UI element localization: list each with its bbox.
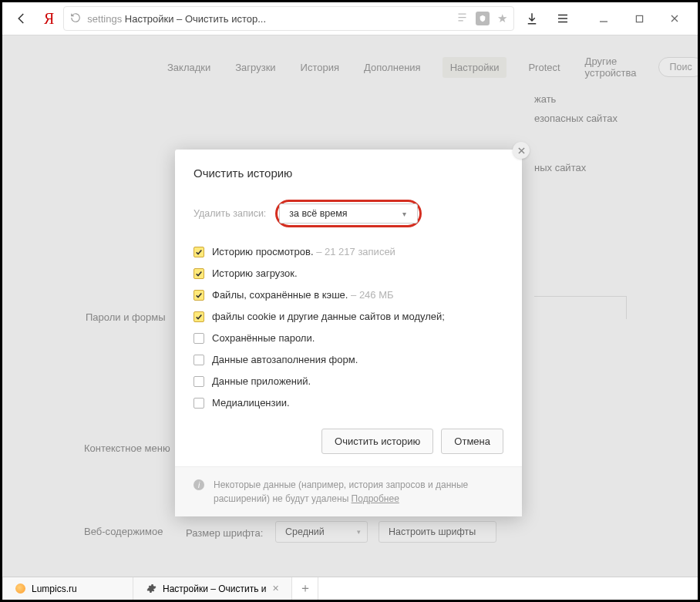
font-size-select[interactable]: Средний▾ bbox=[275, 521, 368, 543]
tab-bookmarks[interactable]: Закладки bbox=[164, 57, 214, 78]
font-size-label: Размер шрифта: bbox=[186, 527, 263, 539]
section-web-content: Веб-содержимое bbox=[84, 526, 163, 537]
dialog-footer-note: i Некоторые данные (например, история за… bbox=[175, 466, 522, 516]
section-context-menu: Контекстное меню bbox=[84, 442, 170, 454]
reload-icon[interactable] bbox=[70, 12, 81, 25]
checkbox-row[interactable]: Данные приложений. bbox=[194, 375, 503, 387]
footer-note-text: Некоторые данные (например, история запр… bbox=[214, 479, 468, 504]
bookmark-star-icon[interactable]: ★ bbox=[497, 12, 507, 25]
cancel-button[interactable]: Отмена bbox=[441, 429, 503, 454]
checkbox-label: Данные приложений. bbox=[212, 375, 311, 387]
protect-shield-icon[interactable] bbox=[476, 12, 490, 25]
checkbox-label: Историю загрузок. bbox=[212, 267, 298, 279]
address-bar[interactable]: settings Настройки – Очистить истор... ★ bbox=[63, 6, 514, 31]
highlight-annotation: за всё время ▾ bbox=[275, 200, 422, 227]
configure-fonts-button[interactable]: Настроить шрифты bbox=[379, 521, 496, 543]
checkbox-label: файлы cookie и другие данные сайтов и мо… bbox=[212, 311, 445, 322]
clear-history-dialog: Очистить историю Удалить записи: за всё … bbox=[175, 150, 522, 516]
window-maximize-button[interactable] bbox=[622, 5, 656, 32]
info-icon: i bbox=[194, 479, 204, 490]
checkbox-label: Файлы, сохранённые в кэше. – 246 МБ bbox=[212, 289, 394, 301]
window-minimize-button[interactable] bbox=[587, 5, 621, 32]
address-text: settings Настройки – Очистить истор... bbox=[87, 13, 450, 25]
tab-title: Lumpics.ru bbox=[32, 584, 77, 594]
tab-strip: Lumpics.ru Настройки – Очистить и ✕ ＋ bbox=[2, 577, 698, 600]
clear-history-button[interactable]: Очистить историю bbox=[321, 429, 433, 454]
tab-protect[interactable]: Protect bbox=[525, 57, 563, 78]
checkbox-row[interactable]: файлы cookie и другие данные сайтов и мо… bbox=[194, 311, 503, 322]
checkbox-label: Историю просмотров. – 21 217 записей bbox=[212, 246, 395, 257]
tab-addons[interactable]: Дополнения bbox=[361, 57, 424, 78]
checkbox-row[interactable]: Файлы, сохранённые в кэше. – 246 МБ bbox=[194, 289, 503, 301]
back-button[interactable] bbox=[8, 5, 35, 32]
favicon-icon bbox=[15, 584, 25, 594]
footer-more-link[interactable]: Подробнее bbox=[352, 493, 399, 504]
downloads-button[interactable] bbox=[519, 5, 545, 32]
tab-other-devices[interactable]: Другие устройства bbox=[582, 51, 640, 83]
checkbox[interactable] bbox=[194, 333, 204, 344]
tab-downloads[interactable]: Загрузки bbox=[232, 57, 278, 78]
checkbox[interactable] bbox=[194, 268, 204, 279]
time-range-select[interactable]: за всё время ▾ bbox=[279, 203, 418, 224]
reader-mode-icon[interactable] bbox=[456, 12, 468, 25]
dialog-close-button[interactable] bbox=[513, 142, 530, 159]
checkbox-row[interactable]: Историю просмотров. – 21 217 записей bbox=[194, 246, 503, 257]
checkbox[interactable] bbox=[194, 247, 204, 257]
settings-search-input[interactable]: Поис bbox=[658, 57, 698, 77]
svg-rect-0 bbox=[636, 15, 642, 22]
browser-tab[interactable]: Lumpics.ru bbox=[2, 577, 133, 600]
checkbox-row[interactable]: Историю загрузок. bbox=[194, 267, 503, 279]
new-tab-button[interactable]: ＋ bbox=[292, 577, 318, 600]
menu-button[interactable] bbox=[550, 5, 576, 32]
chevron-down-icon: ▾ bbox=[402, 210, 406, 218]
checkbox-label: Медиалицензии. bbox=[212, 397, 290, 409]
checkbox-row[interactable]: Данные автозаполнения форм. bbox=[194, 354, 503, 365]
checkbox[interactable] bbox=[194, 290, 204, 301]
browser-toolbar: Я settings Настройки – Очистить истор...… bbox=[2, 2, 698, 35]
bg-text: ных сайтах bbox=[534, 162, 586, 173]
checkbox[interactable] bbox=[194, 311, 204, 322]
tab-settings[interactable]: Настройки bbox=[443, 57, 507, 78]
checkbox-label: Сохранённые пароли. bbox=[212, 332, 315, 344]
settings-tabs: Закладки Загрузки История Дополнения Нас… bbox=[164, 51, 682, 83]
window-close-button[interactable] bbox=[658, 5, 692, 32]
delete-period-label: Удалить записи: bbox=[194, 208, 266, 219]
chevron-down-icon: ▾ bbox=[357, 528, 361, 536]
dialog-title: Очистить историю bbox=[194, 166, 503, 180]
checkbox-label: Данные автозаполнения форм. bbox=[212, 354, 358, 365]
yandex-logo-icon[interactable]: Я bbox=[44, 10, 54, 28]
bg-text: жать bbox=[534, 93, 556, 105]
checkbox[interactable] bbox=[194, 398, 204, 409]
bg-text: езопасных сайтах bbox=[534, 113, 618, 124]
tab-close-button[interactable]: ✕ bbox=[272, 584, 279, 594]
checkbox[interactable] bbox=[194, 376, 204, 387]
tab-history[interactable]: История bbox=[298, 57, 342, 78]
gear-icon bbox=[146, 584, 156, 594]
tab-title: Настройки – Очистить и bbox=[163, 584, 266, 594]
section-passwords-forms: Пароли и формы bbox=[86, 311, 166, 323]
checkbox-row[interactable]: Сохранённые пароли. bbox=[194, 332, 503, 344]
checkbox[interactable] bbox=[194, 355, 204, 365]
page-content: Закладки Загрузки История Дополнения Нас… bbox=[2, 35, 698, 577]
browser-tab[interactable]: Настройки – Очистить и ✕ bbox=[133, 577, 292, 600]
checkbox-row[interactable]: Медиалицензии. bbox=[194, 397, 503, 409]
